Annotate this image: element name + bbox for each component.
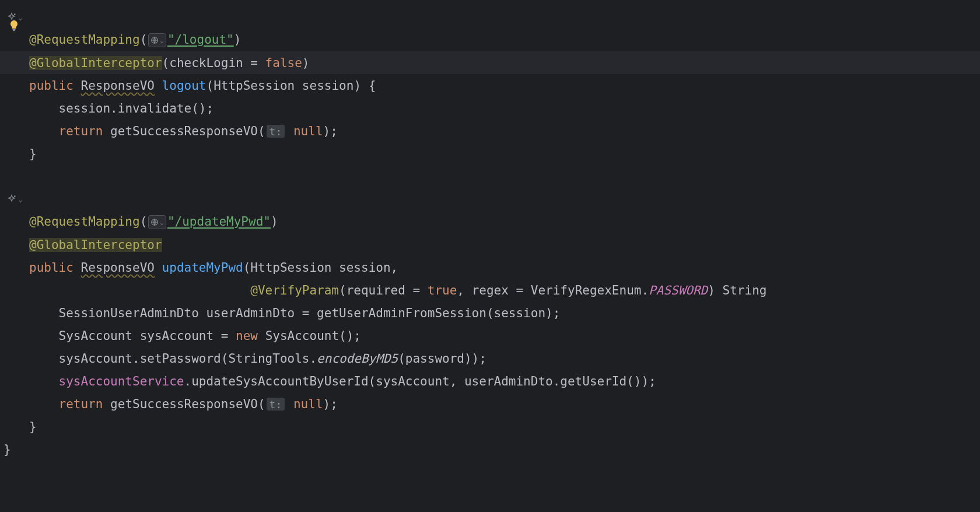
- fold-chevron-icon[interactable]: ⌄: [18, 195, 22, 204]
- field: sysAccountService: [59, 374, 184, 388]
- variable: userAdminDto: [206, 306, 295, 320]
- code-line[interactable]: return getSuccessResponseVO(t: null);: [0, 120, 980, 142]
- param-hint: t:: [267, 125, 285, 138]
- keyword-return: return: [59, 124, 103, 138]
- call: getSuccessResponseVO(: [110, 397, 265, 411]
- code-line[interactable]: }: [0, 142, 980, 165]
- code-line[interactable]: SessionUserAdminDto userAdminDto = getUs…: [0, 301, 980, 324]
- code-line[interactable]: @RequestMapping(⌄"/logout"): [0, 29, 980, 51]
- code-line-blank: [0, 165, 980, 188]
- code-line[interactable]: }: [0, 438, 980, 461]
- url-string: "/updateMyPwd": [167, 215, 271, 229]
- code-line[interactable]: public ResponseVO updateMyPwd(HttpSessio…: [0, 256, 980, 279]
- annotation: @GlobalInterceptor: [29, 238, 162, 252]
- svg-rect-1: [13, 30, 15, 31]
- annotation-param-name: required: [346, 283, 405, 297]
- constructor: SysAccount();: [258, 329, 361, 343]
- keyword-null: null: [293, 397, 323, 411]
- ai-assist-icon[interactable]: [6, 194, 17, 205]
- annotation-param-name: regex: [472, 283, 509, 297]
- param-hint: t:: [267, 398, 285, 411]
- code-line[interactable]: sysAccountService.updateSysAccountByUser…: [0, 370, 980, 392]
- annotation: @RequestMapping: [29, 33, 140, 47]
- param-name: session: [302, 79, 354, 93]
- code-line[interactable]: @VerifyParam(required = true, regex = Ve…: [0, 279, 980, 301]
- annotation: @RequestMapping: [29, 215, 140, 229]
- code-line[interactable]: @RequestMapping(⌄"/updateMyPwd"): [0, 211, 980, 233]
- call: getUserAdminFromSession(session);: [317, 306, 560, 320]
- enum-constant: PASSWORD: [649, 283, 708, 297]
- param-type: HttpSession: [250, 261, 331, 275]
- static-method: encodeByMD5: [317, 352, 398, 366]
- code-line[interactable]: session.invalidate();: [0, 97, 980, 120]
- identifier: session: [59, 101, 111, 115]
- code-line[interactable]: @GlobalInterceptor: [0, 233, 980, 256]
- annotation: @VerifyParam: [250, 283, 339, 297]
- close-brace: }: [29, 147, 37, 161]
- keyword-public: public: [29, 261, 74, 275]
- method-name: logout: [162, 79, 206, 93]
- variable: sysAccount: [140, 329, 214, 343]
- code-line[interactable]: SysAccount sysAccount = new SysAccount()…: [0, 324, 980, 347]
- method-name: updateMyPwd: [162, 261, 243, 275]
- keyword-false: false: [265, 56, 302, 70]
- param-type: HttpSession: [214, 79, 295, 93]
- close-brace: }: [29, 420, 37, 434]
- call: .updateSysAccountByUserId(sysAccount, us…: [184, 374, 656, 388]
- keyword-null: null: [293, 124, 323, 138]
- keyword-true: true: [428, 283, 457, 297]
- annotation-param-name: checkLogin: [169, 56, 243, 70]
- url-globe-icon[interactable]: ⌄: [148, 33, 166, 47]
- annotation: @GlobalInterceptor: [29, 56, 162, 70]
- param-name: session: [339, 261, 391, 275]
- svg-rect-0: [13, 29, 16, 30]
- url-globe-icon[interactable]: ⌄: [148, 215, 166, 229]
- code-line-active[interactable]: @GlobalInterceptor(checkLogin = false): [0, 51, 980, 74]
- svg-point-2: [15, 14, 16, 15]
- code-line[interactable]: public ResponseVO logout(HttpSession ses…: [0, 74, 980, 97]
- code-line[interactable]: }: [0, 415, 980, 438]
- code-editor[interactable]: ⌄ @RequestMapping(⌄"/logout") @GlobalInt…: [0, 0, 980, 512]
- param-type: String: [723, 283, 767, 297]
- call-part: .setPassword(StringTools.: [132, 352, 317, 366]
- gutter-row: ⌄: [0, 6, 980, 29]
- gutter-row: ⌄: [0, 188, 980, 211]
- keyword-public: public: [29, 79, 74, 93]
- type: SessionUserAdminDto: [59, 306, 199, 320]
- return-type: ResponseVO: [81, 79, 155, 93]
- url-string: "/logout": [167, 33, 234, 47]
- enum-type: VerifyRegexEnum: [531, 283, 642, 297]
- intention-bulb-icon[interactable]: [8, 20, 20, 31]
- type: SysAccount: [59, 329, 132, 343]
- identifier: sysAccount: [59, 352, 132, 366]
- keyword-new: new: [236, 329, 258, 343]
- call: .invalidate();: [110, 101, 214, 115]
- keyword-return: return: [59, 397, 103, 411]
- code-line[interactable]: return getSuccessResponseVO(t: null);: [0, 392, 980, 415]
- return-type: ResponseVO: [81, 261, 155, 275]
- call-part: (password));: [398, 352, 487, 366]
- svg-point-4: [15, 196, 16, 197]
- call: getSuccessResponseVO(: [110, 124, 265, 138]
- code-line[interactable]: sysAccount.setPassword(StringTools.encod…: [0, 347, 980, 370]
- close-brace: }: [4, 443, 11, 457]
